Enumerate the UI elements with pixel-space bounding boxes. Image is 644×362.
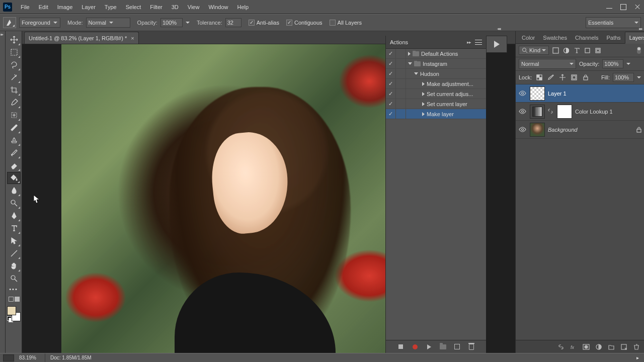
blend-mode-select[interactable]: Normal — [86, 18, 130, 28]
filter-pixel-icon[interactable] — [551, 46, 559, 54]
layer-fill-dropdown-icon[interactable] — [637, 76, 641, 78]
action-dialog-toggle[interactable] — [396, 99, 406, 109]
tab-layers[interactable]: Layers — [625, 32, 644, 44]
status-menu-icon[interactable]: ▸ — [636, 355, 644, 360]
layer-thumbnail[interactable] — [530, 105, 545, 119]
layer-mask-thumbnail[interactable] — [557, 105, 572, 119]
layer-visibility-icon[interactable] — [518, 125, 527, 134]
disclosure-triangle-icon[interactable] — [422, 102, 425, 106]
fill-source-select[interactable]: Foreground — [19, 18, 60, 28]
eraser-tool[interactable] — [7, 159, 21, 171]
menu-window[interactable]: Window — [204, 2, 232, 12]
clone-stamp-tool[interactable] — [7, 134, 21, 146]
actions-record-button[interactable] — [412, 343, 419, 350]
filter-adjustment-icon[interactable] — [562, 46, 570, 54]
action-enable-checkbox[interactable] — [386, 89, 396, 99]
action-dialog-toggle[interactable] — [396, 79, 406, 89]
action-row[interactable]: Instagram — [386, 59, 486, 69]
menu-edit[interactable]: Edit — [34, 2, 53, 12]
layer-thumbnail[interactable] — [530, 123, 545, 137]
menu-file[interactable]: File — [16, 2, 34, 12]
menu-type[interactable]: Type — [100, 2, 121, 12]
action-dialog-toggle[interactable] — [396, 109, 406, 119]
action-enable-checkbox[interactable] — [386, 49, 396, 59]
actions-play-button[interactable] — [426, 343, 433, 350]
eyedropper-tool[interactable] — [7, 97, 21, 109]
disclosure-triangle-icon[interactable] — [408, 52, 411, 56]
filter-smart-icon[interactable] — [594, 46, 602, 54]
link-layers-icon[interactable] — [557, 343, 565, 350]
layer-name-label[interactable]: Background — [548, 127, 578, 133]
layer-thumbnail[interactable] — [530, 86, 545, 101]
menu-image[interactable]: Image — [53, 2, 77, 12]
close-tab-icon[interactable]: × — [131, 35, 134, 41]
action-enable-checkbox[interactable] — [386, 69, 396, 79]
status-thumbnail[interactable] — [3, 354, 14, 361]
swap-colors-icon[interactable] — [16, 306, 21, 311]
window-close-button[interactable] — [631, 2, 644, 12]
adjustment-layer-icon[interactable] — [595, 343, 602, 350]
layer-row[interactable]: Layer 1 — [516, 84, 644, 103]
lock-position-icon[interactable] — [558, 73, 567, 82]
actions-new-set-button[interactable] — [440, 343, 447, 350]
actions-collapse-icon[interactable]: ▸▸ — [467, 40, 471, 45]
layer-fx-icon[interactable]: fx — [570, 343, 577, 350]
paint-bucket-tool[interactable] — [7, 172, 21, 184]
layer-row[interactable]: Color Lookup 1 — [516, 103, 644, 121]
lock-artboard-icon[interactable] — [570, 73, 578, 82]
action-row[interactable]: Hudson — [386, 69, 486, 79]
left-dock-collapse[interactable]: ▸▸ — [0, 31, 6, 353]
antialias-checkbox[interactable] — [249, 20, 255, 26]
actions-stop-button[interactable] — [397, 343, 405, 350]
current-tool-icon[interactable] — [3, 17, 16, 28]
workspace-select[interactable]: Essentials — [586, 17, 641, 28]
contiguous-checkbox[interactable] — [286, 20, 292, 26]
foreground-color-swatch[interactable] — [7, 306, 16, 315]
action-dialog-toggle[interactable] — [396, 49, 406, 59]
collapsed-panel-button[interactable] — [486, 36, 507, 53]
document-tab[interactable]: Untitled-1 @ 83.2% (Layer 1, RGB/8#) * × — [24, 32, 139, 44]
action-row[interactable]: Make adjustment... — [386, 79, 486, 89]
right-dock-collapse-icon[interactable]: ▸▸ — [639, 26, 642, 31]
disclosure-triangle-icon[interactable] — [422, 82, 425, 86]
layer-row[interactable]: Background — [516, 121, 644, 139]
dodge-tool[interactable] — [7, 197, 21, 209]
tolerance-input[interactable]: 32 — [225, 18, 242, 27]
color-swatches[interactable] — [7, 306, 21, 321]
layer-opacity-input[interactable]: 100% — [602, 59, 623, 68]
menu-3d[interactable]: 3D — [167, 2, 183, 12]
delete-layer-icon[interactable] — [632, 343, 640, 350]
filter-toggle-switch[interactable] — [637, 47, 641, 54]
opacity-input[interactable]: 100% — [160, 18, 183, 27]
crop-tool[interactable] — [7, 84, 21, 96]
all-layers-checkbox[interactable] — [330, 20, 336, 26]
action-row[interactable]: Default Actions — [386, 49, 486, 59]
lock-transparency-icon[interactable] — [535, 73, 543, 82]
tab-paths[interactable]: Paths — [602, 32, 624, 43]
action-dialog-toggle[interactable] — [396, 69, 406, 79]
tab-color[interactable]: Color — [518, 32, 539, 43]
menu-layer[interactable]: Layer — [77, 2, 100, 12]
window-minimize-button[interactable] — [603, 2, 616, 12]
layer-filter-kind-select[interactable]: Kind — [519, 46, 549, 55]
screen-mode-toggle[interactable] — [7, 294, 21, 305]
layer-mask-link-icon[interactable] — [548, 109, 554, 115]
toolbox-overflow[interactable]: ••• — [6, 285, 22, 293]
actions-new-action-button[interactable] — [454, 343, 461, 350]
line-tool[interactable] — [7, 247, 21, 259]
filter-type-icon[interactable] — [573, 46, 581, 54]
layer-blend-mode-select[interactable]: Normal — [519, 59, 576, 69]
move-tool[interactable] — [7, 34, 21, 46]
layer-visibility-icon[interactable] — [518, 107, 527, 116]
menu-select[interactable]: Select — [121, 2, 146, 12]
layer-name-label[interactable]: Layer 1 — [548, 90, 567, 97]
lock-pixels-icon[interactable] — [546, 73, 555, 82]
menu-view[interactable]: View — [183, 2, 204, 12]
layer-name-label[interactable]: Color Lookup 1 — [575, 109, 613, 115]
lock-all-icon[interactable] — [581, 73, 590, 82]
action-row[interactable]: Set current adjus... — [386, 89, 486, 99]
tab-swatches[interactable]: Swatches — [539, 32, 571, 43]
action-enable-checkbox[interactable] — [386, 109, 396, 119]
disclosure-triangle-icon[interactable] — [408, 62, 412, 65]
layer-mask-icon[interactable] — [582, 343, 590, 350]
